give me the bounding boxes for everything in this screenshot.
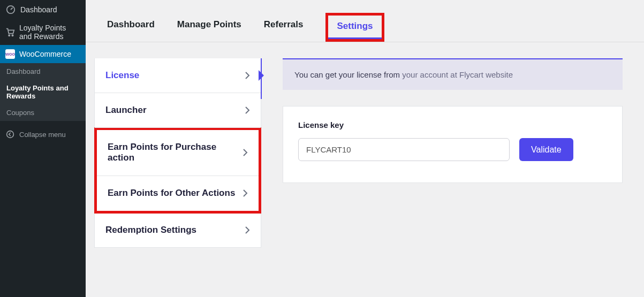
tab-bar: Dashboard Manage Points Referrals Settin… <box>86 0 644 42</box>
svg-point-2 <box>12 35 13 36</box>
collapse-menu[interactable]: Collapse menu <box>0 124 86 144</box>
settings-menu: License Launcher Earn Points for Purchas… <box>94 58 261 248</box>
sidebar-item-label: Dashboard <box>20 5 57 14</box>
sidebar-sub-coupons[interactable]: Coupons <box>0 104 86 121</box>
license-info-bar: You can get your license from your accou… <box>283 58 623 90</box>
tab-referrals[interactable]: Referrals <box>264 14 304 41</box>
svg-point-1 <box>9 35 10 36</box>
sidebar-sub-dashboard[interactable]: Dashboard <box>0 63 86 80</box>
flycart-account-link[interactable]: your account at Flycart website <box>402 70 513 79</box>
settings-item-license[interactable]: License <box>95 58 261 93</box>
settings-item-label: Earn Points for Purchase action <box>108 142 225 163</box>
sidebar-item-label: WooCommerce <box>19 50 71 58</box>
license-key-label: License key <box>298 120 607 130</box>
tab-manage-points[interactable]: Manage Points <box>177 14 241 41</box>
chevron-right-icon <box>245 71 250 80</box>
chevron-right-icon <box>245 106 250 115</box>
tab-settings[interactable]: Settings <box>325 13 384 42</box>
svg-point-3 <box>7 131 14 138</box>
cart-icon <box>5 27 15 37</box>
settings-panel: You can get your license from your accou… <box>261 58 623 248</box>
settings-item-launcher[interactable]: Launcher <box>95 93 261 128</box>
settings-item-label: Earn Points for Other Actions <box>108 188 235 199</box>
wp-admin-sidebar: Dashboard Loyalty Points and Rewards woo… <box>0 0 86 297</box>
collapse-icon <box>5 130 15 139</box>
sidebar-submenu: Dashboard Loyalty Points and Rewards Cou… <box>0 63 86 121</box>
sidebar-item-loyalty[interactable]: Loyalty Points and Rewards <box>0 19 86 45</box>
settings-item-label: Redemption Settings <box>105 225 196 235</box>
sidebar-item-label: Loyalty Points and Rewards <box>19 24 80 41</box>
settings-item-earn-purchase[interactable]: Earn Points for Purchase action <box>97 130 259 176</box>
settings-item-label: Launcher <box>105 105 147 116</box>
chevron-right-icon <box>243 148 248 157</box>
tab-dashboard[interactable]: Dashboard <box>107 14 155 41</box>
chevron-right-icon <box>243 189 248 197</box>
license-card: License key Validate <box>283 106 623 183</box>
dashboard-icon <box>5 4 16 15</box>
sidebar-item-woocommerce[interactable]: woo WooCommerce <box>0 45 86 63</box>
license-key-input[interactable] <box>298 138 510 161</box>
info-text: You can get your license from <box>294 70 402 79</box>
settings-item-redemption[interactable]: Redemption Settings <box>95 213 261 247</box>
collapse-label: Collapse menu <box>19 131 66 139</box>
active-indicator-icon <box>259 70 269 81</box>
woocommerce-icon: woo <box>5 49 15 59</box>
settings-item-earn-other[interactable]: Earn Points for Other Actions <box>97 176 259 211</box>
sidebar-item-dashboard[interactable]: Dashboard <box>0 0 86 19</box>
highlighted-settings-group: Earn Points for Purchase action Earn Poi… <box>94 127 261 214</box>
settings-item-label: License <box>105 70 139 81</box>
main-content: Dashboard Manage Points Referrals Settin… <box>86 0 644 297</box>
chevron-right-icon <box>245 226 250 234</box>
sidebar-sub-loyalty[interactable]: Loyalty Points and Rewards <box>0 80 86 104</box>
validate-button[interactable]: Validate <box>519 138 573 161</box>
